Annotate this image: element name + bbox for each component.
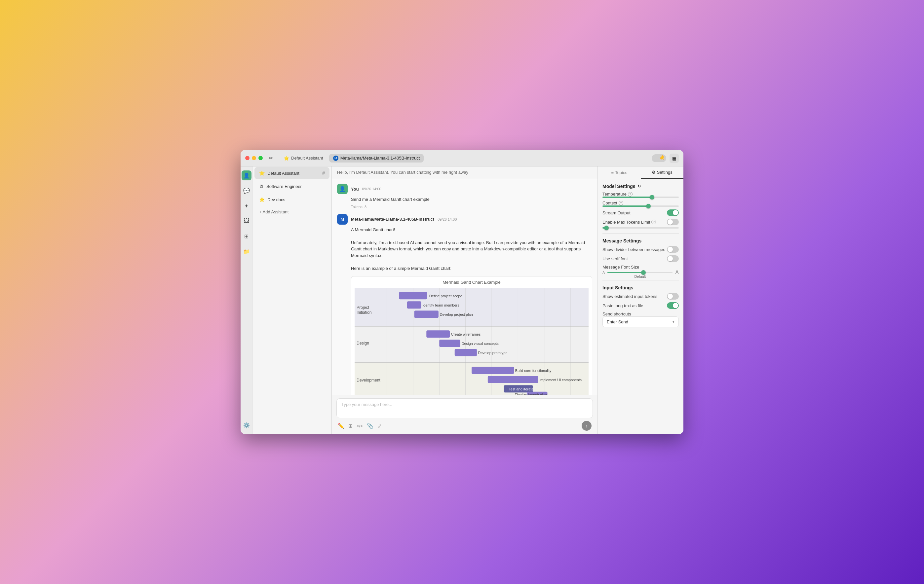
tab-default-assistant[interactable]: ⭐ Default Assistant <box>280 154 327 163</box>
svg-text:Implement UI components: Implement UI components <box>540 378 582 382</box>
temperature-slider[interactable] <box>602 197 679 198</box>
add-assistant-button[interactable]: + Add Assistant <box>254 207 330 217</box>
serif-font-toggle[interactable] <box>667 255 679 262</box>
font-size-setting: Message Font Size A Default <box>602 265 679 275</box>
stream-output-setting: Stream Output <box>602 209 679 216</box>
table-icon[interactable]: ⊞ <box>348 423 353 429</box>
star-icon: ⭐ <box>259 170 265 176</box>
attachment-icon[interactable]: 📎 <box>367 423 373 429</box>
right-tabs: ≡ Topics ⚙ Settings <box>598 166 683 179</box>
conversation-item-default[interactable]: ⭐ Default Assistant # <box>254 167 330 179</box>
font-size-current: Default <box>607 275 673 278</box>
conversation-item-software-engineer[interactable]: 🖥 Software Engineer <box>254 180 330 192</box>
svg-rect-31 <box>488 376 538 383</box>
left-sidebar: 👤 💬 ✦ 🖼 ⊞ 📁 ⚙️ <box>241 166 252 434</box>
svg-text:Create wireframes: Create wireframes <box>451 332 481 336</box>
conversations-sidebar: ⭐ Default Assistant # 🖥 Software Enginee… <box>252 166 332 434</box>
user-message-group: 👤 You 09/26 14:00 Send me a Mermaid Gant… <box>337 184 592 209</box>
font-size-slider-container: Default <box>607 272 673 273</box>
ai-message-header: M Meta-llama/Meta-Llama-3.1-405B-Instruc… <box>337 214 592 225</box>
send-shortcuts-dropdown[interactable]: Enter Send ▾ <box>602 316 679 327</box>
svg-rect-29 <box>472 367 514 374</box>
maximize-button[interactable] <box>258 156 263 160</box>
expand-icon[interactable]: ⤢ <box>378 423 382 429</box>
max-tokens-toggle[interactable] <box>667 219 679 225</box>
show-divider-setting: Show divider between messages <box>602 246 679 253</box>
context-help-icon[interactable]: ? <box>619 201 623 206</box>
gantt-body: Project Initiation Design Development <box>351 288 592 395</box>
max-tokens-label: Enable Max Tokens Limit ? <box>602 220 656 225</box>
user-message-header: 👤 You 09/26 14:00 <box>337 184 592 194</box>
message-settings-section: Message Settings Show divider between me… <box>602 238 679 275</box>
model-settings-section: Model Settings ↻ Temperature ? <box>602 184 679 229</box>
svg-text:Identify team members: Identify team members <box>422 303 459 307</box>
temperature-help-icon[interactable]: ? <box>628 192 632 197</box>
close-button[interactable] <box>245 156 249 160</box>
tokens-info: Tokens: 8 <box>351 205 592 209</box>
sidebar-item-image[interactable]: 🖼 <box>242 216 251 226</box>
main-content: 👤 💬 ✦ 🖼 ⊞ 📁 ⚙️ ⭐ Default Assistant # 🖥 S… <box>241 166 683 434</box>
max-tokens-help-icon[interactable]: ? <box>651 220 656 224</box>
sidebar-item-folder[interactable]: 📁 <box>242 247 251 256</box>
input-settings-title: Input Settings <box>602 285 679 290</box>
refresh-icon[interactable]: ↻ <box>637 184 641 189</box>
stream-output-toggle[interactable] <box>667 209 679 216</box>
conversation-item-dev-docs[interactable]: ⭐ Dev docs <box>254 194 330 206</box>
tab-settings[interactable]: ⚙ Settings <box>641 166 684 179</box>
computer-icon: 🖥 <box>259 184 264 189</box>
svg-text:Project: Project <box>356 305 370 310</box>
right-panel: ≡ Topics ⚙ Settings Model Settings ↻ <box>597 166 683 434</box>
svg-rect-27 <box>455 349 477 356</box>
svg-text:Develop prototype: Develop prototype <box>478 351 508 355</box>
topics-icon: ≡ <box>611 170 614 175</box>
titlebar-right: ▦ <box>652 154 679 163</box>
paste-as-file-toggle[interactable] <box>667 302 679 309</box>
svg-rect-0 <box>355 288 589 326</box>
svg-text:Initiation: Initiation <box>356 310 371 315</box>
svg-text:Design: Design <box>356 341 369 345</box>
sidebar-panel-toggle[interactable]: ▦ <box>670 154 679 163</box>
user-message-body: Send me a Mermaid Gantt chart example <box>351 196 592 203</box>
sidebar-item-settings[interactable]: ⚙️ <box>242 420 251 430</box>
gantt-chart: Mermaid Gantt Chart Example <box>351 276 592 395</box>
edit-icon[interactable]: ✏️ <box>338 423 344 429</box>
sidebar-item-chat[interactable]: 💬 <box>242 186 251 196</box>
svg-rect-21 <box>414 311 439 318</box>
sidebar-item-grid[interactable]: ⊞ <box>242 231 251 241</box>
max-tokens-slider[interactable] <box>602 227 679 229</box>
settings-content: Model Settings ↻ Temperature ? <box>598 179 683 332</box>
minimize-button[interactable] <box>252 156 256 160</box>
sidebar-item-profile[interactable]: 👤 <box>242 170 251 180</box>
gantt-svg: Project Initiation Design Development <box>355 288 589 395</box>
max-tokens-setting: Enable Max Tokens Limit ? <box>602 219 679 229</box>
compose-icon[interactable]: ✏ <box>269 155 273 161</box>
context-label: Context ? <box>602 201 679 206</box>
context-slider[interactable] <box>602 206 679 207</box>
font-size-label: Message Font Size <box>602 265 679 270</box>
send-button[interactable]: ↑ <box>582 421 592 431</box>
chat-input-box[interactable]: Type your message here... <box>337 398 593 418</box>
font-size-row: A Default A <box>602 270 679 275</box>
ai-message-group: M Meta-llama/Meta-Llama-3.1-405B-Instruc… <box>337 214 592 395</box>
context-setting: Context ? <box>602 201 679 207</box>
chat-messages: 👤 You 09/26 14:00 Send me a Mermaid Gant… <box>332 178 597 395</box>
input-toolbar: ✏️ ⊞ </> 📎 ⤢ ↑ <box>337 418 593 431</box>
ai-message-body: A Mermaid Gantt chart! Unfortunately, I'… <box>351 227 592 272</box>
tab-meta-llama[interactable]: M Meta-llama/Meta-Llama-3.1-405B-Instruc… <box>329 154 424 163</box>
svg-text:Development: Development <box>356 378 380 383</box>
svg-text:Define project scope: Define project scope <box>429 294 462 298</box>
send-shortcuts-setting: Send shortcuts Enter Send ▾ <box>602 311 679 327</box>
settings-icon: ⚙ <box>652 170 656 175</box>
svg-text:Build core functionality: Build core functionality <box>515 368 551 373</box>
show-divider-toggle[interactable] <box>667 246 679 253</box>
tab-topics[interactable]: ≡ Topics <box>598 166 641 179</box>
svg-rect-17 <box>399 292 427 299</box>
font-size-slider[interactable] <box>607 272 673 273</box>
svg-text:Test and iterate: Test and iterate <box>508 387 533 391</box>
sidebar-item-sparkle[interactable]: ✦ <box>242 201 251 211</box>
svg-rect-23 <box>426 330 450 337</box>
theme-toggle[interactable] <box>652 154 666 162</box>
show-tokens-toggle[interactable] <box>667 293 679 299</box>
code-icon[interactable]: </> <box>356 423 363 428</box>
user-avatar: 👤 <box>337 184 348 194</box>
